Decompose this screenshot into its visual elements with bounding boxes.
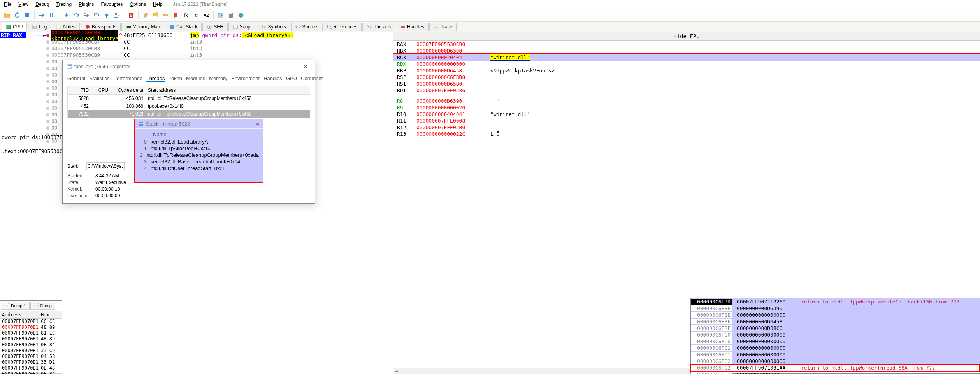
proptab-performance[interactable]: Performance (113, 75, 142, 82)
disasm-row[interactable]: 00007FF905530CB7CCint3 (0, 39, 393, 45)
tab-memory[interactable]: Memory Map (121, 23, 164, 31)
stop-icon[interactable] (23, 11, 32, 20)
disasm-row-current[interactable]: RIP RAX ───► 00007FF905530CB0 <kernel32.… (0, 32, 393, 39)
stack-row[interactable]: 000000C6FBE0000000000D6390 (691, 305, 980, 312)
proptab-threads[interactable]: Threads (146, 75, 165, 82)
function-icon[interactable]: fx (181, 11, 191, 20)
menu-file[interactable]: File (4, 2, 11, 7)
stack-panel[interactable]: 000000C6FBD00007FF907112260return to ntd… (690, 298, 980, 374)
run-icon[interactable] (37, 11, 46, 20)
breakpoint-slot[interactable] (46, 60, 51, 64)
properties-window[interactable]: tpool.exe (7956) Properties — ☐ ✕ Genera… (62, 60, 315, 204)
bookmark-icon[interactable] (171, 11, 181, 20)
stack-row[interactable]: 000000C6FC10000000000000000 (691, 351, 980, 358)
titlebar[interactable]: tpool.exe (7956) Properties — ☐ ✕ (63, 60, 315, 73)
menu-plugins[interactable]: Plugins (79, 2, 94, 7)
menu-favourites[interactable]: Favourites (101, 2, 123, 7)
breakpoint-slot[interactable] (46, 67, 51, 70)
register-row[interactable]: R90000000000000020 (393, 104, 980, 111)
comment-icon[interactable] (151, 11, 160, 20)
proptab-token[interactable]: Token (169, 75, 182, 82)
close-button[interactable]: ✕ (300, 63, 311, 70)
stack-row[interactable]: 000000C6FBE0000000000000000 (691, 312, 980, 318)
open-icon[interactable] (2, 11, 12, 20)
dump-row[interactable]: 00007FF9070B10F 84 (0, 342, 62, 348)
register-row[interactable]: R12000000007FFE03B0 (393, 124, 980, 131)
stack-frame-row[interactable]: 2ntdll.dll!TpReleaseCleanupGroupMembers+… (139, 152, 259, 158)
hide-fpu-button[interactable]: Hide FPU (393, 32, 980, 41)
step-in2-icon[interactable] (82, 11, 91, 20)
col-header[interactable]: Hex (39, 311, 51, 318)
breakpoint-slot[interactable] (46, 47, 51, 51)
tab-threads[interactable]: Threads (362, 23, 395, 31)
goto-icon[interactable] (216, 11, 225, 20)
tab-symbols[interactable]: ƒxSymbols (257, 23, 290, 31)
hash-icon[interactable]: # (191, 11, 201, 20)
tab-trace[interactable]: Trace (429, 23, 457, 31)
stack-row[interactable]: 000000C6FBD00007FF907112260return to ntd… (691, 298, 980, 305)
proptab-general[interactable]: General (67, 75, 85, 82)
dump-row[interactable]: 00007FF9070B148 89 (0, 324, 62, 330)
thread-table[interactable]: TID CPU Cycles delta Start address 50284… (67, 86, 310, 118)
thread-row[interactable]: 452103,866tpool.exe+0x14f0 (68, 102, 310, 110)
breakpoint-slot[interactable] (46, 86, 51, 90)
proptab-handles[interactable]: Handles (263, 75, 282, 82)
stack-row[interactable]: 000000C6FC00000000000000000 (691, 338, 980, 345)
tab-seh[interactable]: SEH (202, 23, 228, 31)
font-icon[interactable]: Az (202, 11, 211, 20)
register-row[interactable]: R11000000007FFE0008 (393, 117, 980, 124)
col-header[interactable]: TID (68, 86, 91, 94)
breakpoint-slot[interactable] (46, 100, 51, 103)
register-row[interactable]: RSI0000000000D65B0 (393, 81, 980, 87)
stack-row[interactable]: 000000C6FC30000000000000000 (691, 371, 980, 374)
tab-cpu[interactable]: CPU (2, 23, 27, 31)
stack-frames-table[interactable]: Name 0kernel32.dll!LoadLibraryA1ntdll.dl… (139, 130, 259, 172)
disasm-row[interactable]: 00007FF905530CB8CCint3 (0, 45, 393, 52)
start-input[interactable] (86, 162, 125, 170)
register-row[interactable]: RDI000000007FFE0386 (393, 87, 980, 94)
breakpoint-slot[interactable] (46, 126, 51, 130)
breakpoint-slot[interactable] (46, 93, 51, 97)
col-header[interactable]: CPU (91, 86, 111, 94)
dump-row[interactable]: 00007FF9070B1CC CC (0, 319, 62, 324)
dump-row[interactable]: 00007FF9070B10F 84 (0, 371, 62, 374)
register-row[interactable]: RAX00007FF905530CB0 (393, 41, 980, 47)
scylla-icon[interactable]: S (126, 11, 136, 20)
step-over2-icon[interactable] (92, 11, 101, 20)
stack-thread-window[interactable]: Stack - thread 5028 ✕ Name 0kernel32.dll… (134, 119, 263, 183)
col-header[interactable]: Name (139, 130, 259, 139)
pause-icon[interactable] (47, 11, 56, 20)
close-button[interactable]: ✕ (256, 121, 260, 127)
proptab-environment[interactable]: Environment (231, 75, 260, 82)
tab-log[interactable]: Log (28, 23, 51, 31)
dump-row[interactable]: 00007FF9070B10E 48 (0, 365, 62, 371)
dump-row[interactable]: 00007FF9070B133 C9 (0, 348, 62, 354)
stack-row[interactable]: 000000C6FBF0000000000D0BC0 (691, 325, 980, 331)
register-row[interactable]: R13000000000000022CL'Ȭ' (393, 131, 980, 137)
restart-icon[interactable] (12, 11, 22, 20)
register-row[interactable]: RCX0000000000404041"wininet.dll" (393, 54, 980, 61)
register-row[interactable]: RDX0000000000000000 (393, 61, 980, 67)
register-row[interactable]: R80000000000D6390' ' (393, 98, 980, 104)
stack-frame-row[interactable]: 3kernel32.dll!BaseThreadInitThunk+0x14 (139, 158, 259, 165)
menu-tracing[interactable]: Tracing (56, 2, 72, 7)
dump-tab-2[interactable]: 📄Dump (30, 302, 55, 310)
stack-row[interactable]: 000000C6FC200007FF9071031AAreturn to ntd… (691, 365, 980, 371)
register-row[interactable]: R100000000000404041"wininet.dll" (393, 111, 980, 117)
tab-references[interactable]: References (322, 23, 362, 31)
maximize-button[interactable]: ☐ (286, 63, 297, 70)
breakpoint-slot[interactable] (46, 113, 51, 117)
stack-frame-row[interactable]: 1ntdll.dll!TpAllocPool+0xa60 (139, 145, 259, 152)
step-over-icon[interactable] (72, 11, 81, 20)
breakpoint-slot[interactable] (46, 40, 51, 44)
proptab-comment[interactable]: Comment (301, 75, 323, 82)
proptab-memory[interactable]: Memory (209, 75, 227, 82)
menu-help[interactable]: Help (153, 2, 163, 7)
breakpoint-dot[interactable] (46, 33, 51, 37)
col-header[interactable]: Cycles delta (111, 86, 146, 94)
dump-table[interactable]: AddressHex 00007FF9070B1CC CC00007FF9070… (0, 311, 62, 374)
disasm-row[interactable]: 00007FF905530CB9CCint3 (0, 52, 393, 58)
stack-row[interactable]: 000000C6FBF0000000000D6458 (691, 318, 980, 325)
register-row[interactable]: RSP0000000000C6FBD8 (393, 74, 980, 81)
proptab-gpu[interactable]: GPU (286, 75, 297, 82)
